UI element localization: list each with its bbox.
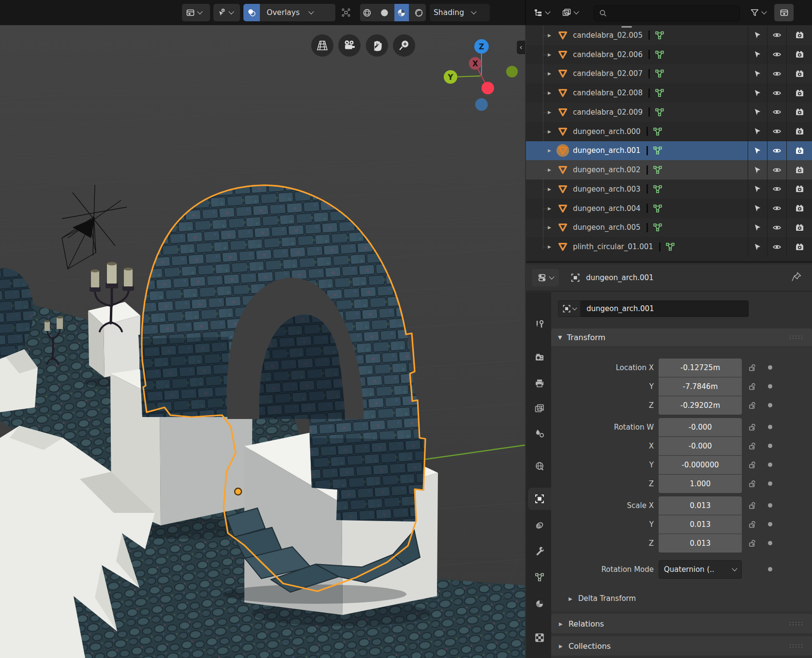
rotation-x-field[interactable]: -0.000 bbox=[659, 437, 742, 455]
3d-viewport[interactable]: X Y Z bbox=[0, 0, 525, 658]
hide-viewport-toggle[interactable] bbox=[767, 45, 786, 64]
gizmo-axis-neg-z[interactable] bbox=[475, 98, 488, 111]
selectable-toggle[interactable] bbox=[748, 122, 767, 141]
selectable-toggle[interactable] bbox=[748, 64, 767, 84]
scale-y-field[interactable]: 0.013 bbox=[659, 515, 742, 534]
hide-viewport-toggle[interactable] bbox=[767, 237, 786, 256]
tab-constraints[interactable] bbox=[528, 514, 551, 537]
hide-render-toggle[interactable] bbox=[786, 218, 812, 238]
selectable-toggle[interactable] bbox=[748, 83, 767, 103]
animate-decorator[interactable] bbox=[764, 481, 776, 486]
rotation-z-field[interactable]: 1.000 bbox=[659, 475, 742, 493]
shading-dropdown[interactable]: Shading bbox=[430, 4, 490, 21]
collections-panel-header[interactable]: ▶ Collections bbox=[551, 636, 812, 656]
gizmo-axis-pos-x[interactable] bbox=[481, 82, 494, 94]
expand-arrow-icon[interactable]: ▶ bbox=[548, 206, 556, 211]
outliner-row-candelabra-02-006[interactable]: ▶candelabra_02.006 bbox=[526, 45, 812, 64]
outliner-row-candelabra-02-005[interactable]: ▶candelabra_02.005 bbox=[526, 26, 812, 45]
region-collapse-arrow[interactable]: ‹ bbox=[517, 41, 525, 54]
lock-icon[interactable] bbox=[747, 442, 758, 450]
hide-render-toggle[interactable] bbox=[786, 103, 812, 122]
hide-viewport-toggle[interactable] bbox=[767, 218, 786, 238]
expand-arrow-icon[interactable]: ▶ bbox=[548, 110, 556, 115]
transform-panel-header[interactable]: ▼ Transform bbox=[551, 329, 812, 346]
show-gizmo-dropdown[interactable] bbox=[213, 4, 240, 21]
outliner-row-dungeon-arch-000[interactable]: ▶dungeon_arch.000 bbox=[526, 122, 812, 141]
tab-material[interactable] bbox=[528, 593, 551, 615]
hide-render-toggle[interactable] bbox=[786, 179, 812, 199]
animate-decorator[interactable] bbox=[764, 503, 776, 508]
tab-scene[interactable] bbox=[528, 422, 551, 445]
selectable-toggle[interactable] bbox=[748, 45, 767, 64]
hide-viewport-toggle[interactable] bbox=[767, 199, 786, 218]
new-collection-button[interactable] bbox=[774, 4, 794, 21]
hide-render-toggle[interactable] bbox=[786, 160, 812, 179]
lock-icon[interactable] bbox=[747, 539, 758, 548]
selectable-toggle[interactable] bbox=[748, 141, 767, 161]
object-name-input[interactable] bbox=[581, 300, 749, 317]
plinth-small-box[interactable] bbox=[88, 302, 140, 377]
outliner-row-dungeon-arch-003[interactable]: ▶dungeon_arch.003 bbox=[526, 179, 812, 199]
expand-arrow-icon[interactable]: ▶ bbox=[548, 187, 556, 192]
expand-arrow-icon[interactable]: ▶ bbox=[548, 167, 556, 172]
id-type-dropdown[interactable] bbox=[558, 300, 581, 317]
shading-material-preview-button[interactable] bbox=[394, 4, 409, 21]
hide-render-toggle[interactable] bbox=[786, 199, 812, 218]
hide-viewport-toggle[interactable] bbox=[767, 141, 786, 161]
panel-grip-icon[interactable] bbox=[789, 643, 803, 648]
lock-icon[interactable] bbox=[747, 401, 758, 410]
gizmo-axis-neg-y[interactable] bbox=[506, 66, 518, 77]
selectable-toggle[interactable] bbox=[748, 179, 767, 199]
hide-viewport-toggle[interactable] bbox=[767, 83, 786, 103]
selectable-toggle[interactable] bbox=[748, 237, 767, 256]
tab-texture[interactable] bbox=[528, 627, 551, 649]
panel-grip-icon[interactable] bbox=[789, 621, 803, 626]
shading-solid-button[interactable] bbox=[377, 4, 392, 21]
rotation-w-field[interactable]: -0.000 bbox=[659, 418, 742, 436]
camera-view-button[interactable] bbox=[338, 34, 361, 57]
transform-gizmos-toggle[interactable] bbox=[337, 4, 355, 21]
animate-decorator[interactable] bbox=[764, 403, 776, 407]
location-y-field[interactable]: -7.7846m bbox=[659, 377, 742, 396]
hide-render-toggle[interactable] bbox=[786, 237, 812, 256]
outliner-row-dungeon-arch-005[interactable]: ▶dungeon_arch.005 bbox=[526, 218, 812, 238]
animate-decorator[interactable] bbox=[764, 444, 776, 448]
selectable-toggle[interactable] bbox=[748, 199, 767, 218]
shading-rendered-button[interactable] bbox=[412, 4, 426, 21]
hide-viewport-toggle[interactable] bbox=[767, 26, 786, 45]
selectable-toggle[interactable] bbox=[748, 26, 767, 45]
lock-icon[interactable] bbox=[747, 382, 758, 391]
pan-view-button[interactable] bbox=[366, 34, 388, 57]
animate-decorator[interactable] bbox=[764, 365, 776, 370]
hide-render-toggle[interactable] bbox=[786, 26, 812, 45]
lock-icon[interactable] bbox=[747, 501, 758, 510]
expand-arrow-icon[interactable]: ▶ bbox=[548, 52, 556, 57]
tab-output[interactable] bbox=[528, 372, 551, 394]
tab-object-data[interactable] bbox=[528, 566, 551, 588]
lock-icon[interactable] bbox=[747, 363, 758, 372]
delta-transform-subpanel[interactable]: ▶ Delta Transform bbox=[569, 591, 812, 606]
tab-particles[interactable] bbox=[528, 651, 551, 658]
tab-object-properties-active[interactable] bbox=[528, 488, 551, 510]
outliner-row-candelabra-02-009[interactable]: ▶candelabra_02.009 bbox=[526, 103, 812, 122]
location-z-field[interactable]: -0.29202m bbox=[659, 396, 742, 415]
outliner-search[interactable] bbox=[594, 5, 740, 21]
hide-render-toggle[interactable] bbox=[786, 83, 812, 103]
outliner-row-dungeon-arch-004[interactable]: ▶dungeon_arch.004 bbox=[526, 199, 812, 218]
hide-render-toggle[interactable] bbox=[786, 122, 812, 141]
object-type-visibility-dropdown[interactable] bbox=[182, 4, 210, 21]
properties-editor-type-dropdown[interactable] bbox=[532, 269, 559, 286]
expand-arrow-icon[interactable]: ▶ bbox=[548, 33, 556, 38]
hide-viewport-toggle[interactable] bbox=[767, 179, 786, 199]
overlays-control[interactable]: Overlays bbox=[243, 4, 335, 21]
search-input[interactable] bbox=[610, 9, 733, 17]
outliner-row-candelabra-02-007[interactable]: ▶candelabra_02.007 bbox=[526, 64, 812, 84]
expand-arrow-icon[interactable]: ▶ bbox=[548, 244, 556, 249]
selectable-toggle[interactable] bbox=[748, 218, 767, 238]
animate-decorator[interactable] bbox=[764, 463, 776, 467]
scale-z-field[interactable]: 0.013 bbox=[659, 534, 742, 553]
rotation-y-field[interactable]: -0.000000 bbox=[659, 456, 742, 474]
lock-icon[interactable] bbox=[747, 520, 758, 529]
editor-type-dropdown[interactable] bbox=[530, 4, 557, 21]
location-x-field[interactable]: -0.12725m bbox=[659, 359, 742, 377]
